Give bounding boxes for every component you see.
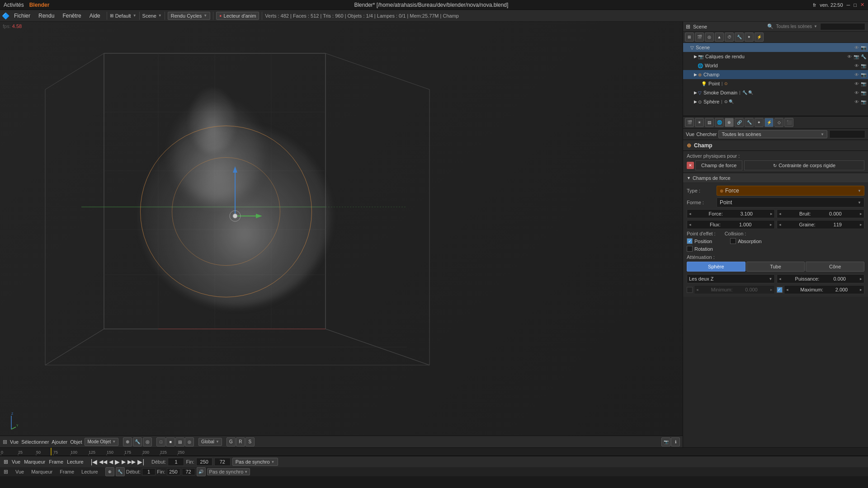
snap-btn[interactable]: 🔧 xyxy=(133,437,142,446)
calques-visibility[interactable]: 👁 xyxy=(847,54,852,59)
outliner-tab-mesh[interactable]: ▲ xyxy=(715,33,724,42)
layout-selector[interactable]: ⊞ Default ▼ xyxy=(110,13,137,19)
outliner-item-calques[interactable]: ▶ 📷 Calques de rendu 👁 📷 🔧 xyxy=(683,52,868,61)
champ-force-label-btn[interactable]: Champ de force xyxy=(695,160,742,170)
smoke-visibility[interactable]: 👁 xyxy=(854,90,859,95)
timeline-start-icon[interactable]: |◀ xyxy=(91,458,98,465)
viewport-3d[interactable]: fps: 4.58 (72) Champ Z Y ⊞ Vue Sélection… xyxy=(0,22,683,447)
ajouter-menu[interactable]: Ajouter xyxy=(52,439,67,445)
vue-menu[interactable]: Vue xyxy=(10,439,19,445)
puissance-drag-field[interactable]: ◂ Puissance: 0.000 ▸ xyxy=(777,274,865,283)
world-visibility[interactable]: 👁 xyxy=(854,63,859,68)
texture-btn[interactable]: ▤ xyxy=(175,437,184,446)
props-tab-scene[interactable]: ▤ xyxy=(705,118,714,127)
smoke-render[interactable]: 📷 xyxy=(861,90,866,95)
atten-sphere-btn[interactable]: Sphère xyxy=(687,262,745,272)
scene-visibility[interactable]: 👁 xyxy=(854,45,859,50)
maximum-drag-field[interactable]: ◂ Maximum: 2.000 ▸ xyxy=(784,285,865,294)
status-audio-btn[interactable]: 🔊 xyxy=(197,467,206,476)
debut-input[interactable] xyxy=(142,468,156,475)
outliner-tab-render[interactable]: ⊞ xyxy=(685,33,694,42)
point-render[interactable]: 📷 xyxy=(861,81,866,86)
outliner-tab-scene[interactable]: 🎬 xyxy=(695,33,704,42)
timeline-prev-key[interactable]: ◀◀ xyxy=(99,459,107,465)
close-btn[interactable]: ✕ xyxy=(860,2,864,8)
outliner-tab-tex[interactable]: ✦ xyxy=(745,33,754,42)
sphere-render[interactable]: 📷 xyxy=(861,99,866,104)
rendered-btn[interactable]: ◎ xyxy=(185,437,194,446)
props-tab-renderset[interactable]: ☀ xyxy=(695,118,704,127)
scene-render[interactable]: 📷 xyxy=(861,45,866,50)
force-drag-field[interactable]: ◂ Force: 3.100 ▸ xyxy=(687,209,775,218)
menu-item-aide[interactable]: Aide xyxy=(86,12,104,20)
props-tab-particles[interactable]: ✦ xyxy=(755,118,764,127)
outliner-tab-mat[interactable]: 🔧 xyxy=(735,33,744,42)
rotation-checkbox[interactable] xyxy=(687,246,693,252)
props-tab-world[interactable]: 🌐 xyxy=(715,118,724,127)
menu-item-fenetre[interactable]: Fenêtre xyxy=(59,12,85,20)
scene-selector[interactable]: Scene ▼ xyxy=(142,13,162,19)
forme-dropdown[interactable]: Point ▼ xyxy=(717,197,864,207)
chercher-label[interactable]: Chercher xyxy=(696,131,717,137)
player-btn[interactable]: ● Lecteur d'anim xyxy=(216,12,259,20)
scale-btn[interactable]: S xyxy=(245,437,255,446)
current-frame-input[interactable] xyxy=(214,458,231,466)
camera-btn[interactable]: 📷 xyxy=(661,437,670,446)
info-btn[interactable]: ℹ xyxy=(671,437,680,446)
activities-label[interactable]: Activités xyxy=(4,2,24,8)
outliner-item-point[interactable]: 💡 Point | ⊙ 👁 📷 xyxy=(683,79,868,88)
outliner-item-scene[interactable]: ▽ Scene 👁 📷 xyxy=(683,43,868,52)
status-magnet-btn[interactable]: 🔧 xyxy=(116,467,125,476)
pas-synchro-dropdown[interactable]: Pas de synchro ▼ xyxy=(207,468,250,475)
status-frame[interactable]: Frame xyxy=(60,469,74,474)
start-frame-input[interactable] xyxy=(168,458,184,466)
frame-label[interactable]: Frame xyxy=(49,459,63,465)
smoke-expand[interactable]: ▶ xyxy=(694,90,697,95)
minimum-checkbox[interactable] xyxy=(687,287,693,293)
timeline-end-icon[interactable]: ▶| xyxy=(137,458,144,465)
timeline-play-btn[interactable]: ▶ xyxy=(115,458,120,465)
props-tab-object[interactable]: ⊕ xyxy=(725,118,734,127)
contrainte-btn[interactable]: ↻ Contrainte de corps rigide xyxy=(744,160,864,170)
blender-logo[interactable]: Blender xyxy=(29,2,50,8)
outliner-tab-anim[interactable]: ⏱ xyxy=(725,33,734,42)
atten-tube-btn[interactable]: Tube xyxy=(746,262,805,272)
fin-input[interactable] xyxy=(167,468,180,475)
maximum-checkbox[interactable] xyxy=(777,287,783,293)
position-checkbox[interactable] xyxy=(687,238,693,244)
calques-action[interactable]: 🔧 xyxy=(861,54,866,59)
world-render[interactable]: 📷 xyxy=(861,63,866,68)
solid-btn[interactable]: ■ xyxy=(166,437,175,446)
menu-item-fichier[interactable]: Fichier xyxy=(10,12,34,20)
props-tab-render[interactable]: 🎬 xyxy=(685,118,694,127)
timeline-next-key[interactable]: ▶▶ xyxy=(127,459,136,465)
minimum-drag-field[interactable]: ◂ Minimum: 0.000 ▸ xyxy=(694,285,775,294)
props-tab-materials[interactable]: ⬛ xyxy=(784,118,793,127)
champ-force-x-btn[interactable]: ✕ xyxy=(687,162,694,169)
renderer-selector[interactable]: Rendu Cycles ▼ xyxy=(168,12,210,20)
scenes-selector[interactable]: Toutes les scènes ▼ xyxy=(718,130,827,138)
axes-dropdown[interactable]: Les deux Z ▼ xyxy=(687,274,775,283)
atten-cone-btn[interactable]: Cône xyxy=(806,262,864,272)
absorption-checkbox[interactable] xyxy=(730,238,736,244)
outliner-dropdown[interactable]: ▼ xyxy=(814,24,817,28)
sphere-visibility[interactable]: 👁 xyxy=(854,99,859,104)
flux-drag-field[interactable]: ◂ Flux: 1.000 ▸ xyxy=(687,220,775,229)
marqueur-label[interactable]: Marqueur xyxy=(24,459,45,465)
space-type-select[interactable]: Global ▼ xyxy=(198,438,222,446)
outliner-tab-obj[interactable]: ◎ xyxy=(705,33,714,42)
props-search-field[interactable] xyxy=(829,130,865,138)
props-tab-modifier[interactable]: 🔧 xyxy=(745,118,754,127)
wireframe-btn[interactable]: □ xyxy=(156,437,165,446)
end-frame-input[interactable] xyxy=(196,458,212,466)
timeline-prev-frame[interactable]: ◀ xyxy=(109,459,113,465)
pivot-btn[interactable]: ⊕ xyxy=(123,437,132,446)
menu-item-rendu[interactable]: Rendu xyxy=(35,12,58,20)
frame-num-input[interactable] xyxy=(182,468,195,475)
outliner-tab-phys[interactable]: ⚡ xyxy=(755,33,764,42)
status-lecture[interactable]: Lecture xyxy=(81,469,98,474)
outliner-search-btn[interactable]: 🔍 xyxy=(767,23,774,29)
props-tab-data[interactable]: ◇ xyxy=(774,118,783,127)
champ-visibility[interactable]: 👁 xyxy=(854,72,859,77)
props-tab-constraints[interactable]: 🔗 xyxy=(735,118,744,127)
